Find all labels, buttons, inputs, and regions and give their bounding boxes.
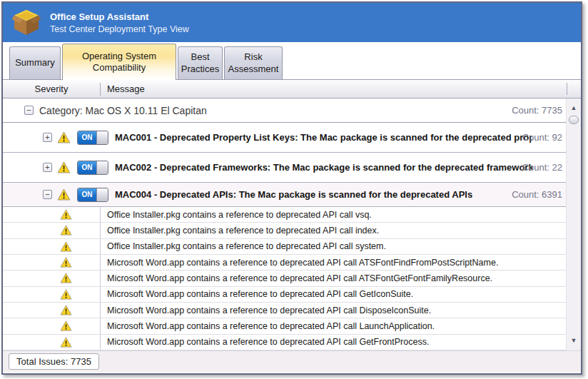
issue-row[interactable]: Office Installer.pkg contains a referenc… xyxy=(3,239,566,255)
collapse-icon[interactable]: − xyxy=(43,190,52,199)
warning-icon xyxy=(60,257,72,268)
warning-icon xyxy=(60,241,72,252)
severity-cell xyxy=(3,207,101,222)
tab-strip: Summary Operating System Compatibility B… xyxy=(3,42,581,80)
expand-icon[interactable]: + xyxy=(43,133,52,142)
issue-message: Office Installer.pkg contains a referenc… xyxy=(101,226,379,236)
issue-message: Microsoft Word.app contains a reference … xyxy=(101,289,413,299)
tab-best-practices[interactable]: Best Practices xyxy=(178,46,223,79)
app-title: Office Setup Assistant xyxy=(50,11,189,22)
detail-rows: Office Installer.pkg contains a referenc… xyxy=(3,207,566,350)
tab-risk-assessment[interactable]: Risk Assessment xyxy=(224,46,283,79)
issue-message: Microsoft Word.app contains a reference … xyxy=(101,258,498,268)
rule-count: Count: 6391 xyxy=(512,189,562,200)
toggle-on-label: ON xyxy=(78,188,96,201)
issue-message: Microsoft Word.app contains a reference … xyxy=(101,305,431,315)
scroll-down-icon[interactable]: ▼ xyxy=(567,338,581,344)
severity-cell xyxy=(3,271,101,285)
title-bar: Office Setup Assistant Test Center Deplo… xyxy=(3,3,581,42)
issue-message: Office Installer.pkg contains a referenc… xyxy=(101,210,372,220)
warning-icon xyxy=(60,320,72,331)
scrollbar-thumb[interactable] xyxy=(569,116,579,124)
category-count: Count: 7735 xyxy=(512,105,562,116)
results-grid: − Category: Mac OS X 10.11 El Capitan Co… xyxy=(3,98,581,350)
rule-count: Count: 92 xyxy=(522,132,562,143)
issue-row[interactable]: Microsoft Word.app contains a reference … xyxy=(3,255,566,271)
rule-row-mac001[interactable]: + ON MAC001 - Deprecated Property List K… xyxy=(3,123,566,153)
issue-row[interactable]: Microsoft Word.app contains a reference … xyxy=(3,271,566,286)
severity-cell xyxy=(3,223,101,238)
toggle-on-label: ON xyxy=(78,161,96,174)
toggle-knob[interactable] xyxy=(96,131,108,144)
issue-row[interactable]: Microsoft Word.app contains a reference … xyxy=(3,303,566,318)
expand-icon[interactable]: + xyxy=(43,163,52,172)
column-divider xyxy=(567,83,567,95)
issue-message: Microsoft Word.app contains a reference … xyxy=(101,337,429,347)
severity-cell xyxy=(3,303,101,318)
warning-icon xyxy=(60,337,72,348)
column-header-row: Severity Message xyxy=(3,80,581,98)
rule-message: MAC001 - Deprecated Property List Keys: … xyxy=(115,132,532,143)
rule-row-mac004[interactable]: − ON MAC004 - Deprecated APIs: The Mac p… xyxy=(3,183,566,207)
column-header-severity[interactable]: Severity xyxy=(3,83,101,96)
package-box-icon xyxy=(11,9,41,37)
tab-operating-system-compatibility[interactable]: Operating System Compatibility xyxy=(62,44,176,80)
issue-row[interactable]: Office Installer.pkg contains a referenc… xyxy=(3,207,566,223)
warning-icon xyxy=(60,225,72,236)
category-label: Category: Mac OS X 10.11 El Capitan xyxy=(39,105,207,116)
scroll-up-icon[interactable]: ▲ xyxy=(567,105,581,111)
column-header-message[interactable]: Message xyxy=(101,84,145,94)
rule-on-toggle[interactable]: ON xyxy=(77,188,108,202)
collapse-icon[interactable]: − xyxy=(24,106,34,115)
tab-summary[interactable]: Summary xyxy=(9,46,61,79)
rule-message: MAC004 - Deprecated APIs: The Mac packag… xyxy=(115,189,472,200)
toggle-knob[interactable] xyxy=(96,161,108,174)
rule-on-toggle[interactable]: ON xyxy=(77,131,108,145)
rule-count: Count: 22 xyxy=(522,162,562,173)
warning-icon xyxy=(60,289,72,300)
issue-message: Office Installer.pkg contains a referenc… xyxy=(101,241,386,251)
warning-icon xyxy=(60,273,72,283)
toggle-knob[interactable] xyxy=(96,188,108,201)
issue-row[interactable]: Office Installer.pkg contains a referenc… xyxy=(3,223,566,238)
warning-icon xyxy=(57,131,71,143)
severity-cell xyxy=(3,287,101,302)
severity-cell xyxy=(3,239,101,254)
warning-icon xyxy=(57,188,71,201)
issue-row[interactable]: Microsoft Word.app contains a reference … xyxy=(3,335,566,350)
category-row[interactable]: − Category: Mac OS X 10.11 El Capitan Co… xyxy=(3,98,566,123)
vertical-scrollbar[interactable]: ▲ ▼ xyxy=(566,98,581,350)
issue-message: Microsoft Word.app contains a reference … xyxy=(101,273,492,283)
warning-icon xyxy=(60,305,72,315)
warning-icon xyxy=(57,161,71,173)
rule-on-toggle[interactable]: ON xyxy=(77,161,108,175)
rule-row-mac002[interactable]: + ON MAC002 - Deprecated Frameworks: The… xyxy=(3,153,566,183)
severity-cell xyxy=(3,255,101,270)
status-bar: Total Issues: 7735 xyxy=(3,350,581,372)
severity-cell xyxy=(3,335,101,350)
rule-message: MAC002 - Deprecated Frameworks: The Mac … xyxy=(115,162,532,173)
total-issues-badge: Total Issues: 7735 xyxy=(9,353,99,370)
app-window: Office Setup Assistant Test Center Deplo… xyxy=(1,1,582,375)
issue-row[interactable]: Microsoft Word.app contains a reference … xyxy=(3,287,566,303)
issue-message: Microsoft Word.app contains a reference … xyxy=(101,321,435,331)
app-subtitle: Test Center Deployment Type View xyxy=(50,24,189,34)
severity-cell xyxy=(3,318,101,333)
issue-row[interactable]: Microsoft Word.app contains a reference … xyxy=(3,318,566,334)
toggle-on-label: ON xyxy=(78,131,96,144)
warning-icon xyxy=(60,209,72,220)
